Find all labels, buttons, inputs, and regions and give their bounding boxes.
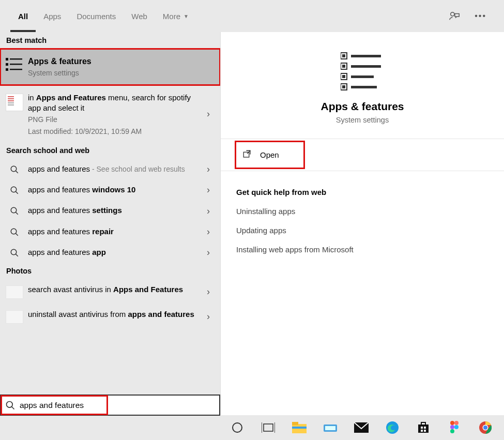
chevron-right-icon[interactable]: › [207,247,210,258]
file-explorer-icon[interactable] [292,420,307,435]
svg-line-14 [16,233,18,236]
photo-result-2[interactable]: uninstall avast antivirus from apps and … [0,304,220,329]
open-button[interactable]: Open [236,142,303,168]
svg-point-13 [11,229,17,234]
svg-rect-1 [6,58,8,60]
divider [221,171,504,171]
svg-rect-43 [418,424,429,433]
search-box[interactable] [0,395,220,416]
web-result-base-title: apps and features - See school and web r… [28,164,200,174]
photo-result-2-title: uninstall avast antivirus from apps and … [28,309,200,320]
open-button-label: Open [260,150,279,159]
help-link-update[interactable]: Updating apps [236,226,488,235]
chevron-right-icon[interactable]: › [207,205,210,216]
tab-more-label: More [163,12,180,21]
file-result-type: PNG File [28,115,200,125]
svg-line-16 [16,254,18,256]
help-link-install-web[interactable]: Installing web apps from Microsoft [236,245,488,254]
web-result-app-title: apps and features app [28,247,200,257]
svg-rect-28 [351,86,377,88]
web-result-base[interactable]: apps and features - See school and web r… [0,159,220,179]
feedback-icon[interactable] [449,10,460,22]
svg-rect-48 [424,430,426,432]
svg-rect-6 [10,69,22,70]
photo-thumbnail-icon [6,285,23,299]
svg-rect-40 [325,426,335,430]
svg-rect-3 [6,63,8,66]
photo-result-1[interactable]: search avast antivirus in Apps and Featu… [0,279,220,304]
svg-rect-18 [342,54,345,57]
svg-rect-46 [424,427,426,429]
cortana-icon[interactable] [230,420,245,435]
mail-icon[interactable] [354,420,369,435]
svg-rect-37 [292,422,298,425]
web-result-win10[interactable]: apps and features windows 10 › [0,179,220,200]
svg-rect-2 [10,58,22,59]
svg-point-53 [450,429,454,433]
svg-rect-5 [6,68,8,71]
divider [221,139,504,139]
web-result-repair[interactable]: apps and features repair › [0,221,220,242]
open-external-icon [242,149,252,160]
file-result-title: in Apps and Features menu, search for sp… [28,93,200,114]
file-result-modified: Last modified: 10/9/2021, 10:59 AM [28,127,200,137]
section-photos: Photos [0,263,220,279]
svg-point-0 [451,12,454,16]
web-result-app[interactable]: apps and features app › [0,242,220,263]
search-filter-tabs: All Apps Documents Web More ▼ ••• [0,0,504,32]
svg-point-50 [454,421,459,425]
task-view-icon[interactable] [261,420,276,435]
help-section-title: Get quick help from web [236,188,488,196]
chevron-right-icon[interactable]: › [207,109,210,119]
file-result[interactable]: in Apps and Features menu, search for sp… [0,85,220,142]
chevron-right-icon[interactable]: › [207,286,210,297]
more-options-icon[interactable]: ••• [475,11,486,21]
svg-point-52 [454,425,459,429]
best-match-result[interactable]: Apps & features System settings [0,49,220,85]
svg-point-30 [7,401,13,407]
caret-down-icon: ▼ [184,13,189,19]
web-result-settings[interactable]: apps and features settings › [0,200,220,221]
web-result-win10-title: apps and features windows 10 [28,185,200,195]
search-icon [10,165,19,174]
results-panel: Best match Apps & features System settin… [0,32,220,415]
taskbar [220,415,504,440]
svg-point-15 [11,249,17,255]
svg-rect-22 [351,65,381,68]
edge-browser-icon[interactable] [385,420,400,435]
microsoft-store-icon[interactable] [416,420,431,435]
search-input[interactable] [16,401,215,410]
svg-rect-25 [351,75,374,78]
keyboard-app-icon[interactable] [323,420,338,435]
tab-documents[interactable]: Documents [69,0,124,32]
best-match-title: Apps & features [28,56,200,67]
apps-features-large-icon [236,51,488,91]
svg-line-12 [16,213,18,215]
chrome-icon[interactable] [478,420,493,435]
search-icon [10,186,19,195]
tab-all[interactable]: All [10,0,36,32]
chevron-right-icon[interactable]: › [207,311,210,322]
apps-features-icon [6,57,23,72]
chevron-right-icon[interactable]: › [207,185,210,195]
preview-panel: Apps & features System settings Open Get… [220,32,504,415]
svg-rect-4 [10,64,22,65]
tab-apps[interactable]: Apps [36,0,69,32]
svg-rect-21 [342,65,345,68]
search-icon [10,206,19,216]
tab-web[interactable]: Web [124,0,155,32]
photo-thumbnail-icon [6,310,23,324]
svg-line-8 [16,171,18,173]
web-result-repair-title: apps and features repair [28,226,200,237]
tab-more[interactable]: More ▼ [155,0,196,32]
chevron-right-icon[interactable]: › [207,226,210,237]
svg-line-31 [12,406,14,409]
figma-icon[interactable] [447,420,462,435]
chevron-right-icon[interactable]: › [207,164,210,175]
svg-rect-38 [292,427,307,429]
preview-subtitle: System settings [236,116,488,124]
svg-point-7 [11,166,17,172]
svg-point-9 [11,187,17,192]
search-icon [5,400,16,411]
help-link-uninstall[interactable]: Uninstalling apps [236,207,488,216]
